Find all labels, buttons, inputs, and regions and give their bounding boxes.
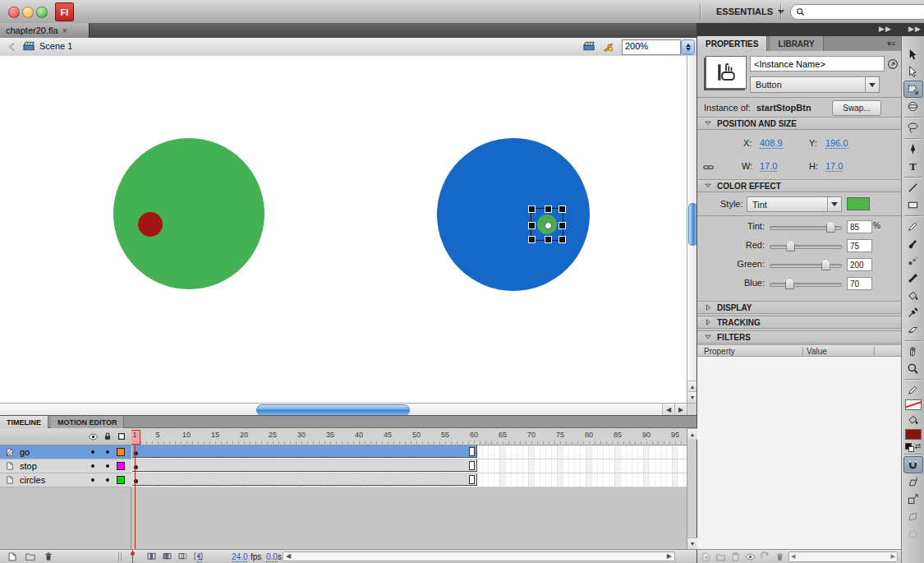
layer-color-swatch[interactable] (117, 448, 125, 456)
section-display[interactable]: DISPLAY (697, 301, 902, 314)
layer-row-circles[interactable]: circles (0, 473, 131, 487)
transform-handle-n[interactable] (545, 205, 552, 213)
pen-tool[interactable] (903, 141, 923, 158)
transform-point[interactable] (545, 222, 552, 229)
slider-track[interactable] (770, 283, 842, 287)
frames-row-go[interactable] (131, 445, 687, 459)
center-frame-button[interactable] (146, 551, 157, 561)
frame-span[interactable] (132, 473, 477, 486)
delete-filter-button[interactable] (775, 551, 785, 562)
tab-timeline[interactable]: TIMELINE (0, 416, 48, 428)
zoom-tool[interactable] (903, 360, 923, 377)
h-value[interactable]: 17.0 (825, 161, 843, 172)
slider-thumb[interactable] (821, 259, 830, 270)
stroke-color-button[interactable] (903, 381, 923, 399)
slider-value[interactable]: 200 (847, 258, 872, 271)
transform-handle-e[interactable] (559, 222, 566, 229)
selection-tool[interactable] (903, 46, 923, 63)
reset-filter-button[interactable] (760, 551, 770, 562)
black-white-swatches-icon[interactable] (905, 443, 912, 450)
transform-handle-se[interactable] (559, 236, 566, 243)
pencil-tool[interactable] (903, 218, 923, 235)
enable-filter-button[interactable] (745, 551, 756, 562)
stage-canvas[interactable] (0, 56, 687, 403)
section-tracking[interactable]: TRACKING (697, 316, 902, 329)
swap-colors-icon[interactable]: ⇄ (915, 442, 922, 450)
layer-visibility-dot[interactable] (91, 450, 94, 454)
zoom-stepper[interactable] (681, 39, 695, 55)
fill-color-button[interactable] (903, 411, 923, 428)
stage-horizontal-scrollbar[interactable]: ◀ ▶ (0, 403, 687, 416)
tab-motion-editor[interactable]: MOTION EDITOR (51, 416, 124, 428)
slider-value[interactable]: 70 (847, 277, 872, 290)
w-value[interactable]: 17.0 (760, 161, 777, 172)
stroke-color-swatch[interactable] (905, 399, 922, 410)
line-tool[interactable] (903, 179, 923, 196)
panel-resize-grip[interactable] (118, 552, 123, 561)
layer-lock-dot[interactable] (106, 464, 109, 468)
filters-list-area[interactable] (697, 357, 902, 550)
close-tab-icon[interactable]: × (62, 26, 67, 35)
instance-name-input[interactable] (750, 56, 885, 72)
layer-lock-dot[interactable] (106, 478, 109, 482)
current-frame-value[interactable]: 1 (197, 552, 202, 562)
delete-layer-button[interactable] (43, 551, 54, 562)
timeline-ruler[interactable]: 15101520253035404550556065707580859095 (131, 428, 687, 445)
lasso-tool[interactable] (903, 119, 923, 136)
frames-row-circles[interactable] (131, 473, 687, 487)
selection-bounding-box[interactable] (531, 208, 563, 241)
minimize-window-button[interactable] (22, 7, 34, 18)
transform-handle-w[interactable] (528, 222, 536, 229)
scale-option[interactable] (903, 491, 923, 508)
rotate-skew-option[interactable] (903, 473, 923, 491)
frames-row-stop[interactable] (131, 459, 687, 473)
horizontal-scroll-thumb[interactable] (256, 404, 410, 416)
timeline-scroll-up[interactable]: ▲ (687, 428, 697, 440)
zoom-input[interactable] (623, 40, 680, 52)
snap-to-objects-toggle[interactable] (903, 456, 923, 473)
x-value[interactable]: 408.9 (760, 138, 783, 149)
clipboard-button[interactable] (730, 551, 741, 562)
slider-track[interactable] (770, 264, 842, 268)
hand-tool[interactable] (903, 343, 923, 360)
rotation-3d-tool[interactable] (903, 98, 923, 115)
collapse-panels-icon[interactable]: ▶▶ (879, 25, 892, 33)
scroll-right-button[interactable]: ▶ (674, 404, 687, 416)
new-layer-button[interactable] (7, 551, 18, 562)
add-filter-button[interactable] (701, 551, 711, 562)
frame-span[interactable] (132, 445, 477, 458)
close-window-button[interactable] (8, 7, 20, 18)
tab-library[interactable]: LIBRARY (770, 36, 824, 51)
layer-color-swatch[interactable] (117, 476, 125, 484)
frames-area[interactable]: 15101520253035404550556065707580859095 (131, 428, 687, 549)
breadcrumb[interactable]: Scene 1 (39, 41, 72, 51)
envelope-option[interactable] (903, 525, 923, 542)
section-position-and-size[interactable]: POSITION AND SIZE (697, 117, 902, 130)
swap-button[interactable]: Swap... (832, 100, 881, 116)
free-transform-tool[interactable] (903, 81, 923, 98)
slider-thumb[interactable] (786, 240, 795, 252)
blue-circle[interactable] (437, 138, 590, 291)
transform-handle-sw[interactable] (528, 236, 536, 243)
green-circle[interactable] (113, 138, 264, 289)
edit-scene-button[interactable] (583, 40, 595, 53)
eyedropper-tool[interactable] (903, 304, 923, 321)
transform-handle-s[interactable] (545, 236, 552, 243)
onion-skin-button[interactable] (162, 551, 172, 561)
layer-row-go[interactable]: go (0, 445, 131, 459)
layer-name[interactable]: go (20, 447, 30, 457)
slider-value[interactable]: 75 (847, 239, 872, 252)
brush-tool[interactable] (903, 235, 923, 252)
layer-lock-dot[interactable] (106, 450, 109, 454)
text-tool[interactable]: T (903, 158, 923, 175)
lock-all-icon[interactable] (103, 431, 113, 441)
tint-color-swatch[interactable] (847, 197, 870, 210)
edit-symbols-button[interactable] (602, 40, 614, 53)
search-input[interactable] (808, 7, 924, 18)
presets-folder-button[interactable] (715, 551, 726, 562)
timeline-vertical-scrollbar[interactable]: ▲ ▼ (687, 428, 696, 549)
symbol-type-select[interactable]: Button (750, 76, 880, 93)
rectangle-tool[interactable] (903, 196, 923, 214)
frame-rate-value[interactable]: 24.0 (232, 552, 247, 562)
color-defaults-swap[interactable]: ⇄ (905, 441, 922, 452)
